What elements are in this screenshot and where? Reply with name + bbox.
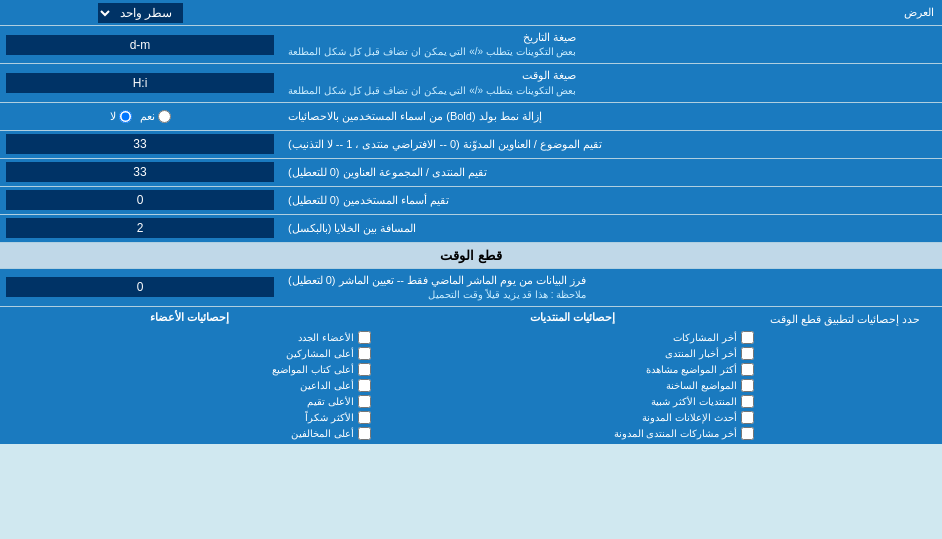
cell-gap-input-wrapper bbox=[0, 215, 280, 242]
cut-time-label: فرز البيانات من يوم الماشر الماضي فقط --… bbox=[280, 269, 942, 306]
checkbox-member-0[interactable] bbox=[358, 331, 371, 344]
time-format-label: صيغة الوقت بعض التكوينات يتطلب «/» التي … bbox=[280, 64, 942, 101]
checkbox-forum-0[interactable] bbox=[741, 331, 754, 344]
stats-members-item-6: أعلى المخالفين bbox=[8, 427, 371, 440]
date-format-row: صيغة التاريخ بعض التكوينات يتطلب «/» الت… bbox=[0, 26, 942, 64]
stats-members-item-2: أعلى كتاب المواضيع bbox=[8, 363, 371, 376]
stats-columns: إحصائيات المنتديات أخر المشاركات أخر أخب… bbox=[0, 307, 762, 444]
stats-forums-item-3: المواضيع الساخنة bbox=[391, 379, 754, 392]
stats-members-item-0: الأعضاء الجدد bbox=[8, 331, 371, 344]
top-row: العرض سطر واحد سطران ثلاثة أسطر bbox=[0, 0, 942, 26]
date-format-input-wrapper bbox=[0, 26, 280, 63]
time-format-row: صيغة الوقت بعض التكوينات يتطلب «/» التي … bbox=[0, 64, 942, 102]
stats-col-members: إحصائيات الأعضاء الأعضاء الجدد أعلى المش… bbox=[8, 311, 371, 440]
cut-time-input-wrapper bbox=[0, 269, 280, 306]
stats-members-item-1: أعلى المشاركين bbox=[8, 347, 371, 360]
stats-col-forums: إحصائيات المنتديات أخر المشاركات أخر أخب… bbox=[391, 311, 754, 440]
stats-members-item-4: الأعلى تقيم bbox=[8, 395, 371, 408]
checkbox-forum-3[interactable] bbox=[741, 379, 754, 392]
topic-order-input[interactable] bbox=[6, 134, 274, 154]
topic-order-label: تقيم الموضوع / العناوين المدوّنة (0 -- ا… bbox=[280, 131, 942, 158]
bold-remove-label: إزالة نمط بولد (Bold) من اسماء المستخدمي… bbox=[280, 103, 942, 130]
date-format-label: صيغة التاريخ بعض التكوينات يتطلب «/» الت… bbox=[280, 26, 942, 63]
cut-time-header: قطع الوقت bbox=[0, 243, 942, 269]
stats-forums-item-4: المنتديات الأكثر شبية bbox=[391, 395, 754, 408]
user-order-input-wrapper bbox=[0, 187, 280, 214]
cell-gap-row: المسافة بين الخلايا (بالبكسل) bbox=[0, 215, 942, 243]
cell-gap-label: المسافة بين الخلايا (بالبكسل) bbox=[280, 215, 942, 242]
stats-forums-item-0: أخر المشاركات bbox=[391, 331, 754, 344]
stats-col2-title: إحصائيات الأعضاء bbox=[8, 311, 371, 324]
stats-apply-label: حدد إحصائيات لتطبيق قطع الوقت bbox=[762, 307, 942, 444]
stats-forums-item-5: أحدث الإعلانات المدونة bbox=[391, 411, 754, 424]
stats-bottom-section: حدد إحصائيات لتطبيق قطع الوقت إحصائيات ا… bbox=[0, 307, 942, 444]
checkbox-member-6[interactable] bbox=[358, 427, 371, 440]
checkbox-member-5[interactable] bbox=[358, 411, 371, 424]
forum-order-row: تقيم المنتدى / المجموعة العناوين (0 للتع… bbox=[0, 159, 942, 187]
time-format-input-wrapper bbox=[0, 64, 280, 101]
top-label: العرض bbox=[280, 2, 942, 23]
top-select-wrapper: سطر واحد سطران ثلاثة أسطر bbox=[0, 1, 280, 25]
checkbox-forum-1[interactable] bbox=[741, 347, 754, 360]
bold-radio-group: نعم لا bbox=[110, 110, 171, 123]
stats-members-item-3: أعلى الداعين bbox=[8, 379, 371, 392]
topic-order-row: تقيم الموضوع / العناوين المدوّنة (0 -- ا… bbox=[0, 131, 942, 159]
topic-order-input-wrapper bbox=[0, 131, 280, 158]
stats-col1-title: إحصائيات المنتديات bbox=[391, 311, 754, 324]
main-container: العرض سطر واحد سطران ثلاثة أسطر صيغة الت… bbox=[0, 0, 942, 444]
checkbox-forum-4[interactable] bbox=[741, 395, 754, 408]
date-format-input[interactable] bbox=[6, 35, 274, 55]
checkbox-member-4[interactable] bbox=[358, 395, 371, 408]
time-format-input[interactable] bbox=[6, 73, 274, 93]
user-order-label: تقيم أسماء المستخدمين (0 للتعطيل) bbox=[280, 187, 942, 214]
cut-time-input[interactable] bbox=[6, 277, 274, 297]
stats-forums-item-6: أخر مشاركات المنتدى المدونة bbox=[391, 427, 754, 440]
checkbox-forum-6[interactable] bbox=[741, 427, 754, 440]
checkbox-member-1[interactable] bbox=[358, 347, 371, 360]
cut-time-row: فرز البيانات من يوم الماشر الماضي فقط --… bbox=[0, 269, 942, 307]
stats-forums-item-1: أخر أخبار المنتدى bbox=[391, 347, 754, 360]
checkbox-forum-5[interactable] bbox=[741, 411, 754, 424]
bold-remove-options: نعم لا bbox=[0, 103, 280, 130]
forum-order-label: تقيم المنتدى / المجموعة العناوين (0 للتع… bbox=[280, 159, 942, 186]
user-order-row: تقيم أسماء المستخدمين (0 للتعطيل) bbox=[0, 187, 942, 215]
user-order-input[interactable] bbox=[6, 190, 274, 210]
bold-radio-yes-label: نعم bbox=[140, 110, 171, 123]
checkbox-forum-2[interactable] bbox=[741, 363, 754, 376]
stats-members-item-5: الأكثر شكراً bbox=[8, 411, 371, 424]
checkbox-member-3[interactable] bbox=[358, 379, 371, 392]
cell-gap-input[interactable] bbox=[6, 218, 274, 238]
stats-forums-item-2: أكثر المواضيع مشاهدة bbox=[391, 363, 754, 376]
bold-radio-no-label: لا bbox=[110, 110, 132, 123]
forum-order-input[interactable] bbox=[6, 162, 274, 182]
bold-radio-yes[interactable] bbox=[158, 110, 171, 123]
bold-remove-row: إزالة نمط بولد (Bold) من اسماء المستخدمي… bbox=[0, 103, 942, 131]
checkbox-member-2[interactable] bbox=[358, 363, 371, 376]
display-select[interactable]: سطر واحد سطران ثلاثة أسطر bbox=[98, 3, 183, 23]
bold-radio-no[interactable] bbox=[119, 110, 132, 123]
forum-order-input-wrapper bbox=[0, 159, 280, 186]
